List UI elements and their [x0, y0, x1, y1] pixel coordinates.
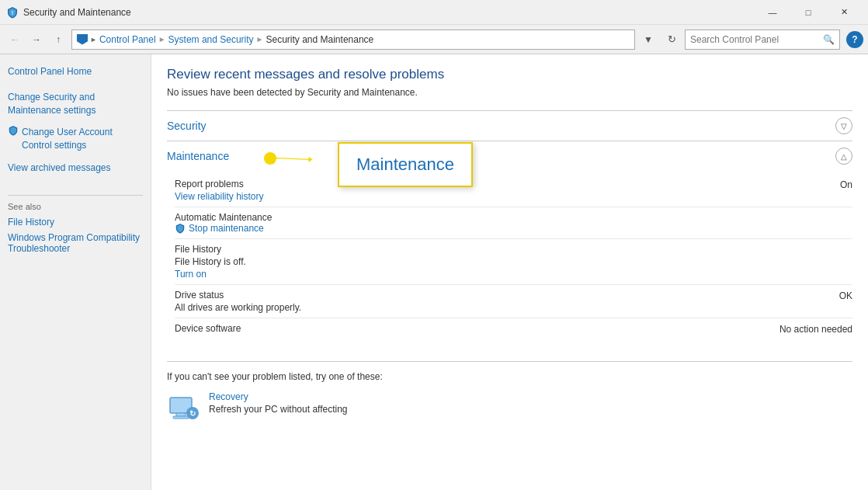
sidebar-file-history-link[interactable]: File History	[8, 216, 143, 228]
turn-on-link[interactable]: Turn on	[175, 269, 790, 280]
stop-maintenance-link[interactable]: Stop maintenance	[189, 223, 264, 234]
sidebar-item-control-panel-home[interactable]: Control Panel Home	[8, 64, 143, 80]
device-software-left: Device software	[175, 323, 779, 334]
main-layout: Control Panel Home Change Security and M…	[0, 54, 868, 490]
sidebar-item-uac[interactable]: Change User Account Control settings	[22, 124, 143, 154]
refresh-button[interactable]: ↻	[661, 30, 682, 50]
security-section: Security ▽	[167, 110, 852, 141]
see-also-title: See also	[8, 202, 143, 211]
security-section-header[interactable]: Security ▽	[167, 111, 852, 141]
view-reliability-link[interactable]: View reliability history	[175, 191, 790, 202]
breadcrumb-system-security[interactable]: System and Security	[168, 34, 254, 45]
forward-button[interactable]: →	[26, 30, 47, 50]
device-software-row: Device software No action needed	[175, 318, 852, 339]
titlebar: ! Security and Maintenance — □ ✕	[0, 0, 868, 25]
svg-text:↻: ↻	[189, 409, 196, 418]
maintenance-chevron: △	[835, 148, 852, 165]
dropdown-button[interactable]: ▼	[638, 30, 658, 50]
page-title: Review recent messages and resolve probl…	[167, 67, 852, 82]
recovery-text: Recovery Refresh your PC without affecti…	[209, 391, 348, 415]
drive-status-row: Drive status All drives are working prop…	[175, 284, 852, 318]
uac-shield-icon	[8, 125, 19, 136]
sidebar: Control Panel Home Change Security and M…	[0, 54, 151, 490]
auto-maintenance-title: Automatic Maintenance	[175, 212, 790, 223]
search-input[interactable]	[690, 34, 820, 45]
breadcrumb-arrow-1: ►	[90, 36, 97, 43]
report-problems-title: Report problems	[175, 179, 790, 189]
security-section-title: Security	[167, 120, 207, 132]
sidebar-compat-link[interactable]: Windows Program Compatibility Troublesho…	[8, 231, 143, 255]
back-button[interactable]: ←	[5, 30, 25, 50]
nav-buttons: ← → ↑	[5, 30, 68, 50]
minimize-button[interactable]: —	[755, 0, 790, 25]
breadcrumb-sep-1: ►	[158, 35, 166, 43]
bottom-section: If you can't see your problem listed, tr…	[167, 361, 852, 424]
file-history-status	[790, 244, 852, 245]
recovery-item: ↻ Recovery Refresh your PC without affec…	[167, 391, 852, 424]
help-button[interactable]: ?	[846, 31, 863, 48]
maintenance-section: Maintenance △ Report problems View relia…	[167, 141, 852, 349]
drive-status-left: Drive status All drives are working prop…	[175, 290, 790, 313]
auto-maintenance-left: Automatic Maintenance Stop maintenance	[175, 212, 790, 234]
report-problems-row: Report problems View reliability history…	[175, 174, 852, 207]
svg-text:!: !	[12, 10, 13, 16]
file-history-row: File History File History is off. Turn o…	[175, 238, 852, 284]
report-problems-left: Report problems View reliability history	[175, 179, 790, 202]
search-icon[interactable]: 🔍	[823, 34, 835, 45]
sidebar-item-change-settings[interactable]: Change Security and Maintenance settings	[8, 89, 143, 119]
titlebar-controls: — □ ✕	[755, 0, 862, 25]
maintenance-section-body: Report problems View reliability history…	[167, 171, 852, 349]
bottom-section-title: If you can't see your problem listed, tr…	[167, 371, 852, 382]
recovery-desc: Refresh your PC without affecting	[209, 404, 348, 415]
sidebar-change-settings: Change Security and Maintenance settings	[8, 89, 143, 119]
drive-status-sub: All drives are working properly.	[175, 302, 790, 313]
auto-maintenance-row: Automatic Maintenance Stop maintenance	[175, 207, 852, 238]
titlebar-left: ! Security and Maintenance	[6, 6, 131, 19]
svg-rect-2	[176, 413, 186, 416]
recovery-link[interactable]: Recovery	[209, 391, 348, 402]
breadcrumb-control-panel[interactable]: Control Panel	[99, 34, 156, 45]
maintenance-section-header[interactable]: Maintenance △	[167, 141, 852, 171]
page-subtitle: No issues have been detected by Security…	[167, 87, 852, 98]
device-software-status: No action needed	[779, 323, 852, 335]
stop-maintenance-shield-icon	[175, 223, 186, 234]
drive-status-title: Drive status	[175, 290, 790, 301]
content-area: Review recent messages and resolve probl…	[151, 54, 868, 490]
drive-status-status: OK	[790, 290, 852, 301]
see-also-section: See also File History Windows Program Co…	[8, 195, 143, 255]
file-history-sub: File History is off.	[175, 256, 790, 267]
breadcrumb-current: Security and Maintenance	[266, 34, 374, 45]
recovery-icon: ↻	[167, 391, 200, 424]
app-icon: !	[6, 6, 19, 19]
file-history-title: File History	[175, 244, 790, 255]
device-software-title: Device software	[175, 323, 779, 334]
auto-maintenance-status	[790, 212, 852, 213]
sidebar-uac-item: Change User Account Control settings	[8, 124, 143, 154]
addressbar: ← → ↑ ► Control Panel ► System and Secur…	[0, 25, 868, 54]
breadcrumb-sep-2: ►	[256, 35, 264, 43]
sidebar-item-archived[interactable]: View archived messages	[8, 160, 143, 176]
address-right: ▼ ↻	[638, 30, 682, 50]
up-button[interactable]: ↑	[48, 30, 68, 50]
file-history-left: File History File History is off. Turn o…	[175, 244, 790, 280]
maintenance-section-title: Maintenance	[167, 150, 229, 162]
svg-rect-3	[173, 416, 189, 419]
security-chevron: ▽	[835, 117, 852, 134]
breadcrumb-bar: ► Control Panel ► System and Security ► …	[71, 30, 635, 50]
window-title: Security and Maintenance	[23, 7, 131, 18]
search-box: 🔍	[685, 30, 840, 50]
stop-maintenance-item: Stop maintenance	[175, 223, 790, 234]
close-button[interactable]: ✕	[826, 0, 862, 25]
folder-flag-icon	[77, 34, 88, 45]
report-problems-status: On	[790, 179, 852, 190]
maximize-button[interactable]: □	[790, 0, 826, 25]
sidebar-archived: View archived messages	[8, 160, 143, 176]
